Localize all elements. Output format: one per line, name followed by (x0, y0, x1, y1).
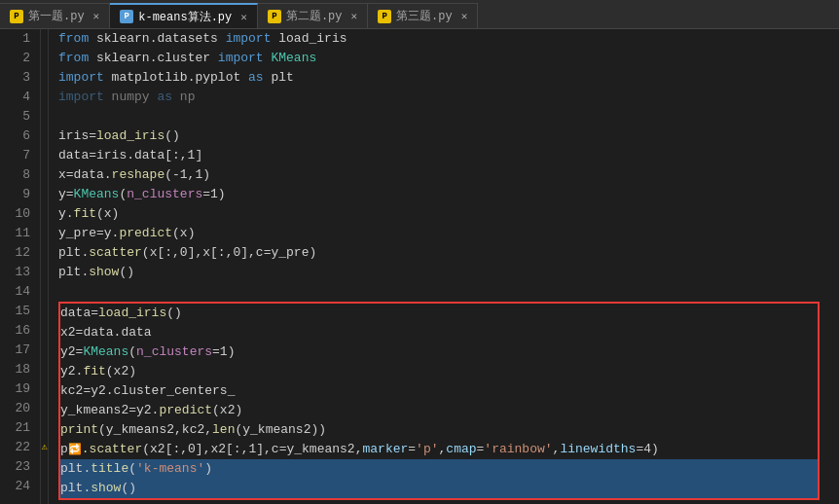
line-num-14: 14 (0, 282, 30, 302)
tab-icon-tab2: P (120, 10, 133, 23)
line-num-17: 17 (0, 341, 30, 360)
code-line-10: y.fit(x) (58, 204, 839, 224)
code-line-24: plt.show() (60, 479, 818, 498)
code-line-14 (58, 282, 839, 302)
gutter-22: ⚠ (41, 438, 48, 457)
gutter-23 (41, 457, 48, 477)
line-num-19: 19 (0, 379, 30, 399)
code-line-11: y_pre=y.predict(x) (58, 224, 839, 243)
line-num-21: 21 (0, 418, 30, 438)
line-num-1: 1 (0, 29, 30, 49)
tab-icon-tab4: P (378, 10, 391, 23)
code-line-18: y2.fit(x2) (60, 362, 818, 381)
code-line-15: data=load_iris() (60, 304, 818, 323)
gutter-24 (41, 477, 48, 496)
gutter-5 (41, 107, 48, 126)
code-line-2: from sklearn.cluster import KMeans (58, 49, 839, 68)
tab-tab1[interactable]: P第一题.py✕ (0, 3, 110, 28)
code-line-13: plt.show() (58, 263, 839, 282)
tab-icon-tab1: P (10, 10, 23, 23)
line-num-15: 15 (0, 302, 30, 321)
line-num-23: 23 (0, 457, 30, 477)
code-line-5 (58, 107, 839, 126)
code-line-19: kc2=y2.cluster_centers_ (60, 381, 818, 401)
line-num-5: 5 (0, 107, 30, 126)
code-line-17: y2=KMeans(n_clusters=1) (60, 342, 818, 362)
tab-close-tab3[interactable]: ✕ (350, 10, 357, 22)
line-num-18: 18 (0, 360, 30, 379)
gutter-4 (41, 88, 48, 107)
tab-close-tab2[interactable]: ✕ (240, 11, 247, 23)
code-line-12: plt.scatter(x[:,0],x[:,0],c=y_pre) (58, 243, 839, 263)
line-num-12: 12 (0, 243, 30, 263)
tab-tab4[interactable]: P第三题.py✕ (368, 3, 478, 28)
code-line-23: plt.title('k-means') (60, 459, 818, 479)
gutter-3 (41, 68, 48, 88)
line-num-4: 4 (0, 88, 30, 107)
line-num-13: 13 (0, 263, 30, 282)
line-num-20: 20 (0, 399, 30, 418)
gutter-17 (41, 341, 48, 360)
gutter-19 (41, 379, 48, 399)
tab-bar: P第一题.py✕Pk-means算法.py✕P第二题.py✕P第三题.py✕ (0, 0, 839, 29)
line-num-7: 7 (0, 146, 30, 165)
code-line-4: import numpy as np (58, 88, 839, 107)
gutter-13 (41, 263, 48, 282)
code-line-9: y=KMeans(n_clusters=1) (58, 185, 839, 204)
gutter-18 (41, 360, 48, 379)
line-num-24: 24 (0, 477, 30, 496)
gutter-1 (41, 29, 48, 49)
gutter-7 (41, 146, 48, 165)
tab-close-tab4[interactable]: ✕ (461, 10, 468, 22)
code-line-8: x=data.reshape(-1,1) (58, 165, 839, 185)
line-num-22: 22 (0, 438, 30, 457)
line-num-2: 2 (0, 49, 30, 68)
line-num-16: 16 (0, 321, 30, 341)
tab-tab3[interactable]: P第二题.py✕ (258, 3, 368, 28)
tab-label-tab3: 第二题.py (286, 8, 343, 24)
line-num-11: 11 (0, 224, 30, 243)
gutter-indicator: ⚠ (41, 29, 49, 504)
gutter-2 (41, 49, 48, 68)
gutter-9 (41, 185, 48, 204)
gutter-14 (41, 282, 48, 302)
tab-label-tab4: 第三题.py (396, 8, 453, 24)
gutter-11 (41, 224, 48, 243)
tab-label-tab1: 第一题.py (28, 8, 85, 24)
code-area: from sklearn.datasets import load_irisfr… (49, 29, 839, 504)
gutter-15 (41, 302, 48, 321)
tab-icon-tab3: P (268, 10, 281, 23)
gutter-12 (41, 243, 48, 263)
line-num-6: 6 (0, 126, 30, 146)
line-num-8: 8 (0, 165, 30, 185)
code-line-7: data=iris.data[:,1] (58, 146, 839, 165)
gutter-16 (41, 321, 48, 341)
line-num-10: 10 (0, 204, 30, 224)
code-line-1: from sklearn.datasets import load_iris (58, 29, 839, 49)
gutter-20 (41, 399, 48, 418)
code-line-22: p🔁.scatter(x2[:,0],x2[:,1],c=y_kmeans2,m… (60, 440, 818, 459)
red-section-wrapper: data=load_iris()x2=data.datay2=KMeans(n_… (58, 302, 820, 500)
code-line-21: print(y_kmeans2,kc2,len(y_kmeans2)) (60, 420, 818, 440)
tab-tab2[interactable]: Pk-means算法.py✕ (110, 3, 258, 28)
gutter-8 (41, 165, 48, 185)
tab-label-tab2: k-means算法.py (138, 9, 232, 25)
line-num-3: 3 (0, 68, 30, 88)
gutter-10 (41, 204, 48, 224)
line-numbers: 123456789101112131415161718192021222324 (0, 29, 41, 504)
code-line-3: import matplotlib.pyplot as plt (58, 68, 839, 88)
code-line-16: x2=data.data (60, 323, 818, 342)
code-line-20: y_kmeans2=y2.predict(x2) (60, 401, 818, 420)
line-num-9: 9 (0, 185, 30, 204)
tab-close-tab1[interactable]: ✕ (93, 10, 100, 22)
gutter-6 (41, 126, 48, 146)
editor[interactable]: 123456789101112131415161718192021222324 … (0, 29, 839, 504)
gutter-21 (41, 418, 48, 438)
code-line-6: iris=load_iris() (58, 126, 839, 146)
